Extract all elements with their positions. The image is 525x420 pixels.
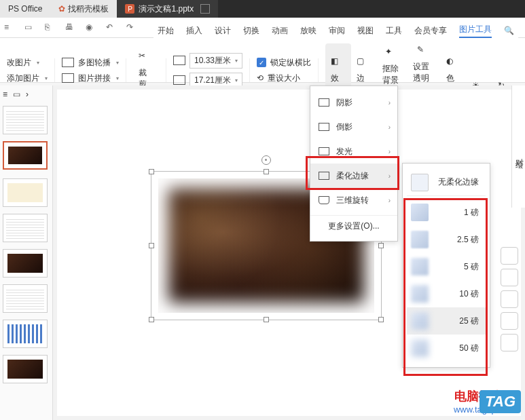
search-icon[interactable]: 🔍	[504, 26, 514, 35]
fx-more-settings[interactable]: 更多设置(O)...	[310, 215, 397, 237]
rotate-handle[interactable]	[261, 155, 271, 165]
slide-thumb-8[interactable]	[3, 355, 48, 383]
redo-icon[interactable]: ↷	[126, 22, 137, 33]
ppt-icon: P	[125, 4, 134, 14]
tab-template[interactable]: ✿找稻壳模板	[50, 0, 117, 18]
resize-handle[interactable]	[264, 169, 269, 174]
slide-thumb-7[interactable]	[3, 320, 48, 348]
export-icon[interactable]: ⎘	[45, 22, 56, 33]
menu-anim[interactable]: 动画	[272, 25, 288, 37]
menu-bar: 开始 插入 设计 切换 动画 放映 审阅 视图 工具 会员专享 图片工具 🔍	[153, 20, 518, 41]
check-icon: ✓	[257, 58, 266, 67]
menu-start[interactable]: 开始	[158, 25, 174, 37]
resize-handle[interactable]	[378, 243, 384, 248]
slide-thumbnails: ≡ ▭ ›	[0, 85, 53, 420]
ribbon: 改图片▾ 添加图片▾ 多图轮播▾ 图片拼接▾ ✂裁剪 10.33厘米▾ 17.2…	[0, 38, 525, 83]
watermark-tag: TAG	[479, 390, 521, 413]
fx-3d-rotate[interactable]: 三维旋转›	[310, 188, 397, 212]
menu-view[interactable]: 视图	[357, 25, 374, 37]
multi-carousel-button[interactable]: 多图轮播▾	[62, 57, 119, 69]
slide-thumb-5[interactable]	[3, 249, 48, 278]
menu-tool[interactable]: 工具	[386, 25, 402, 37]
float-btn-3[interactable]	[501, 290, 518, 308]
join-icon	[62, 73, 74, 83]
reset-size-button[interactable]: ⟲重设大小	[257, 73, 311, 84]
doc-tabs: PS Office ✿找稻壳模板 P演示文稿1.pptx	[0, 0, 525, 18]
wand-icon: ✎	[417, 45, 432, 60]
reflect-icon	[319, 123, 329, 131]
fx-shadow[interactable]: 阴影›	[310, 90, 397, 115]
slide-thumb-1[interactable]	[3, 106, 48, 134]
highlight-box-1	[306, 156, 399, 190]
right-panel-collapsed[interactable]: 对 绘	[511, 85, 525, 208]
float-btn-1[interactable]	[501, 247, 518, 265]
width-icon	[173, 75, 185, 85]
soft-none[interactable]: 无柔化边缘	[407, 169, 486, 196]
resize-handle[interactable]	[264, 317, 269, 322]
slide-icon[interactable]: ▭	[13, 90, 20, 99]
menu-member[interactable]: 会员专享	[414, 25, 447, 37]
shadow-icon	[319, 98, 329, 107]
float-btn-2[interactable]	[501, 269, 518, 286]
save-icon[interactable]: ▭	[24, 22, 35, 33]
menu-insert[interactable]: 插入	[186, 25, 202, 37]
outline-icon[interactable]: ≡	[3, 90, 7, 99]
resize-handle[interactable]	[378, 317, 384, 322]
menu-play[interactable]: 放映	[300, 25, 316, 37]
rotate3d-icon	[319, 196, 329, 204]
preview-icon[interactable]: ◉	[86, 22, 96, 33]
removebg-icon: ✦	[385, 47, 400, 62]
chevron-right-icon: ›	[388, 123, 391, 131]
menu-switch[interactable]: 切换	[243, 25, 259, 37]
slide-thumb-6[interactable]	[3, 284, 48, 313]
add-pic-button[interactable]: 添加图片▾	[7, 73, 48, 84]
float-btn-4[interactable]	[501, 312, 518, 330]
highlight-box-2	[403, 198, 488, 376]
fx-reflect[interactable]: 倒影›	[310, 115, 397, 139]
tab-office[interactable]: PS Office	[0, 0, 50, 18]
slide-thumb-3[interactable]	[3, 178, 48, 207]
tab-document[interactable]: P演示文稿1.pptx	[117, 0, 218, 18]
border-icon: ▢	[357, 56, 372, 71]
pic-join-button[interactable]: 图片拼接▾	[62, 73, 119, 84]
crop-icon: ✂	[139, 51, 153, 66]
next-icon[interactable]: ›	[26, 90, 29, 99]
menu-design[interactable]: 设计	[215, 25, 231, 37]
palette-icon: ◐	[446, 56, 461, 71]
width-input[interactable]: 10.33厘米▾	[189, 53, 242, 69]
reset-icon: ⟲	[257, 73, 264, 83]
print-icon[interactable]: 🖶	[65, 22, 76, 33]
resize-handle[interactable]	[149, 317, 154, 322]
resize-handle[interactable]	[149, 169, 154, 174]
height-icon	[173, 56, 185, 65]
menu-picture-tools[interactable]: 图片工具	[459, 24, 492, 38]
chevron-right-icon: ›	[388, 148, 391, 155]
float-toolbar	[501, 247, 518, 351]
slide-thumb-4[interactable]	[3, 214, 48, 242]
float-btn-5[interactable]	[501, 334, 518, 351]
chevron-right-icon: ›	[388, 99, 391, 107]
thumb-nav: ≡ ▭ ›	[3, 90, 50, 99]
menu-icon[interactable]: ≡	[4, 22, 15, 33]
transfer-icon	[200, 4, 210, 14]
carousel-icon	[62, 58, 74, 67]
resize-handle[interactable]	[149, 243, 154, 248]
undo-icon[interactable]: ↶	[106, 22, 117, 33]
glow-icon	[319, 147, 329, 155]
cube-icon: ◧	[331, 56, 346, 71]
swatch-icon	[411, 174, 429, 191]
change-pic-button[interactable]: 改图片▾	[7, 57, 48, 69]
lock-ratio-checkbox[interactable]: ✓锁定纵横比	[257, 57, 311, 69]
chevron-right-icon: ›	[388, 197, 391, 204]
menu-review[interactable]: 审阅	[329, 25, 345, 37]
slide-thumb-2[interactable]	[3, 141, 48, 170]
